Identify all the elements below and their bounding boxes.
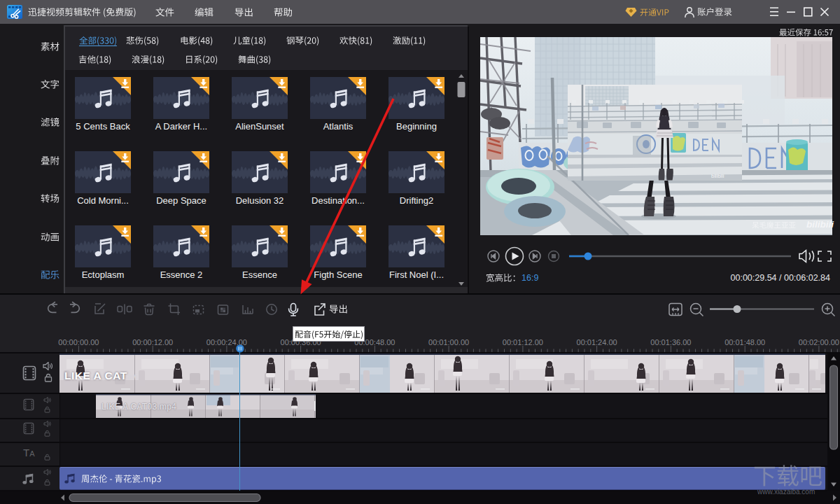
svg-text:00:00:00.00: 00:00:00.00 (58, 338, 99, 346)
svg-text:00:02:00.00: 00:02:00.00 (799, 338, 839, 346)
svg-text:00:01:36.00: 00:01:36.00 (650, 338, 691, 346)
svg-text:00:00:12.00: 00:00:12.00 (132, 338, 173, 346)
svg-text:bilibili: bilibili (711, 173, 724, 179)
svg-text:00:01:24.00: 00:01:24.00 (577, 338, 617, 346)
svg-text:00:01:48.00: 00:01:48.00 (724, 338, 765, 346)
svg-text:00:01:12.00: 00:01:12.00 (503, 338, 543, 346)
svg-text:00:01:00.00: 00:01:00.00 (428, 338, 469, 346)
